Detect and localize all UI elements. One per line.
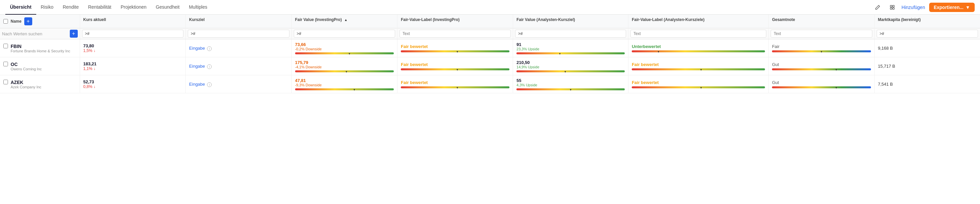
price-value-oc: 183,21: [83, 61, 183, 66]
cell-gesamtnote-oc: Gut: [768, 57, 875, 75]
cell-kurs-azek: 52,73 0,8% ↓: [80, 75, 186, 93]
cell-marktkapita-fbin: 9,168 B: [874, 39, 980, 57]
tab-multiples[interactable]: Multiples: [184, 0, 212, 14]
fv-label-azek: Fair bewertet: [401, 80, 509, 85]
table-body: FBIN Fortune Brands Home & Security Inc …: [0, 39, 980, 93]
stocks-table: Name + Kurs aktuell Kursziel Fair Value …: [0, 14, 980, 93]
add-row-button[interactable]: +: [70, 30, 78, 38]
cell-kurs-oc: 183,21 1,1% ↓: [80, 57, 186, 75]
tab-ubersicht[interactable]: Übersicht: [5, 0, 36, 14]
stock-fullname-fbin: Fortune Brands Home & Security Inc: [11, 49, 76, 53]
cell-fv-ip-azek: 47,81 -9,3% Downside: [291, 75, 398, 93]
cell-name-azek: AZEK Azek Company Inc: [0, 75, 80, 93]
cell-fv-ip-fbin: 73,66 -0,2% Downside: [291, 39, 398, 57]
export-button[interactable]: Exportieren... ▼: [929, 3, 975, 12]
cell-analyst-val-oc: 210,50 14,9% Upside: [513, 57, 628, 75]
row-checkbox-oc[interactable]: [3, 62, 8, 66]
filter-input-kursziel[interactable]: [188, 30, 290, 38]
filter-kurs-aktuell[interactable]: [80, 28, 186, 39]
kursziel-link-fbin[interactable]: Eingabe: [189, 46, 205, 51]
filter-row: Nach Werten suchen +: [0, 28, 980, 39]
filter-gesamtnote[interactable]: [768, 28, 875, 39]
filter-marktkapita[interactable]: [874, 28, 980, 39]
col-header-fair-value-ip[interactable]: Fair Value (InvestingPro): [291, 14, 398, 28]
tab-rendite[interactable]: Rendite: [58, 0, 83, 14]
col-header-fv-analyst-val: Fair Value (Analysten-Kursziel): [513, 14, 628, 28]
analyst-val-oc: 210,50: [516, 60, 625, 65]
fv-analyst-label-azek: Fair bewertet: [632, 80, 765, 85]
cell-gesamtnote-azek: Gut: [768, 75, 875, 93]
filter-input-fv-label-analyst[interactable]: [630, 30, 766, 38]
table-row: AZEK Azek Company Inc 52,73 0,8% ↓ Einga…: [0, 75, 980, 93]
kursziel-info-icon-azek[interactable]: i: [207, 82, 212, 87]
filter-fv-label-analyst[interactable]: [628, 28, 768, 39]
edit-icon[interactable]: [872, 2, 883, 13]
tab-projektionen[interactable]: Projektionen: [116, 0, 151, 14]
col-header-fv-label-ip: Fair-Value-Label (InvestingPro): [398, 14, 513, 28]
filter-input-marktkapita[interactable]: [877, 30, 978, 38]
gesamtnote-value-azek: Gut: [772, 80, 871, 85]
marktkapita-value-azek: 7,541 B: [878, 82, 893, 87]
svg-rect-3: [892, 8, 894, 9]
col-header-kurs-aktuell: Kurs aktuell: [80, 14, 186, 28]
price-change-azek: 0,8% ↓: [83, 84, 183, 89]
fv-main-oc: 175,79: [295, 60, 394, 65]
col-header-gesamtnote: Gesamtnote: [768, 14, 875, 28]
col-header-kursziel: Kursziel: [186, 14, 292, 28]
row-checkbox-azek[interactable]: [3, 80, 8, 84]
fv-main-fbin: 73,66: [295, 42, 394, 47]
select-all-checkbox[interactable]: [3, 19, 8, 24]
fv-sub-fbin: -0,2% Downside: [295, 47, 394, 51]
analyst-val-azek: 55: [516, 78, 625, 83]
cell-kursziel-azek: Eingabe i: [186, 75, 292, 93]
fv-analyst-label-oc: Fair bewertet: [632, 62, 765, 67]
filter-input-fv-analyst[interactable]: [515, 30, 626, 38]
table-header-row: Name + Kurs aktuell Kursziel Fair Value …: [0, 14, 980, 28]
analyst-sub-fbin: 23,3% Upside: [516, 47, 625, 51]
filter-input-kurs[interactable]: [82, 30, 184, 38]
fv-sub-oc: -4,1% Downside: [295, 65, 394, 69]
hinzufugen-button[interactable]: Hinzufügen: [902, 5, 925, 10]
tab-risiko[interactable]: Risiko: [36, 0, 58, 14]
tab-rentabilitat[interactable]: Rentabilität: [83, 0, 116, 14]
search-placeholder: Nach Werten suchen: [2, 31, 42, 36]
kursziel-info-icon-oc[interactable]: i: [207, 64, 212, 69]
table-row: OC Owens Corning Inc 183,21 1,1% ↓ Einga…: [0, 57, 980, 75]
kursziel-link-azek[interactable]: Eingabe: [189, 82, 205, 87]
filter-input-fv-ip[interactable]: [294, 30, 395, 38]
cell-fv-analyst-label-oc: Fair bewertet: [628, 57, 768, 75]
filter-input-gesamtnote[interactable]: [771, 30, 872, 38]
analyst-sub-oc: 14,9% Upside: [516, 65, 625, 69]
filter-fv-label-ip[interactable]: [398, 28, 513, 39]
cell-name-fbin: FBIN Fortune Brands Home & Security Inc: [0, 39, 80, 57]
filter-fair-value-ip[interactable]: [291, 28, 398, 39]
filter-input-fv-label-ip[interactable]: [399, 30, 511, 38]
cell-fv-label-ip-fbin: Fair bewertet: [398, 39, 513, 57]
price-change-fbin: 1,5% ↓: [83, 48, 183, 53]
add-column-button[interactable]: +: [24, 17, 32, 25]
cell-fv-analyst-label-fbin: Unterbewertet: [628, 39, 768, 57]
marktkapita-value-fbin: 9,168 B: [878, 46, 893, 51]
stock-fullname-oc: Owens Corning Inc: [11, 67, 76, 71]
row-checkbox-fbin[interactable]: [3, 44, 8, 48]
layout-icon[interactable]: [887, 2, 897, 13]
tab-gesundheit[interactable]: Gesundheit: [151, 0, 185, 14]
filter-fv-analyst-val[interactable]: [513, 28, 628, 39]
kursziel-link-oc[interactable]: Eingabe: [189, 64, 205, 69]
filter-kursziel[interactable]: [186, 28, 292, 39]
svg-rect-0: [890, 5, 892, 7]
table-row: FBIN Fortune Brands Home & Security Inc …: [0, 39, 980, 57]
fv-main-azek: 47,81: [295, 78, 394, 83]
gesamtnote-value-oc: Gut: [772, 62, 871, 67]
fv-label-oc: Fair bewertet: [401, 62, 509, 67]
cell-name-oc: OC Owens Corning Inc: [0, 57, 80, 75]
kursziel-info-icon-fbin[interactable]: i: [207, 47, 212, 51]
col-header-marktkapita: Marktkapita (bereinigt): [874, 14, 980, 28]
top-navigation: Übersicht Risiko Rendite Rentabilität Pr…: [0, 0, 980, 14]
cell-kursziel-fbin: Eingabe i: [186, 39, 292, 57]
stock-ticker-fbin: FBIN: [11, 44, 76, 49]
cell-gesamtnote-fbin: Fair: [768, 39, 875, 57]
gesamtnote-value-fbin: Fair: [772, 44, 871, 49]
svg-rect-2: [890, 8, 892, 9]
stock-ticker-oc: OC: [11, 62, 76, 67]
